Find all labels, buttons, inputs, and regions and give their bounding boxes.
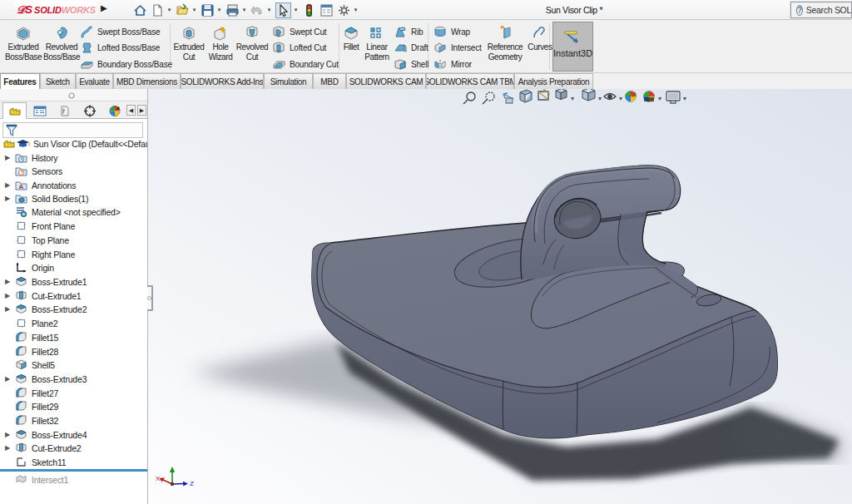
svg-text:▾: ▾ <box>598 95 602 102</box>
svg-text:▾: ▾ <box>571 95 574 102</box>
svg-text:▾: ▾ <box>683 95 686 102</box>
svg-text:X: X <box>156 475 161 482</box>
svg-text:▾: ▾ <box>619 95 622 102</box>
svg-text:▾: ▾ <box>658 95 661 102</box>
svg-text:Z: Z <box>190 480 194 487</box>
svg-text:A: A <box>19 183 24 190</box>
